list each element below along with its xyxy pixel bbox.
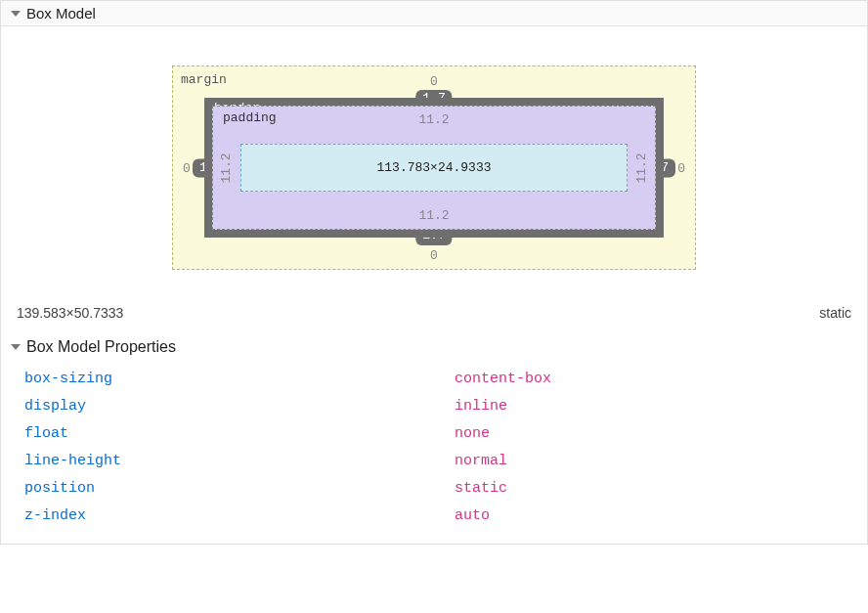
property-row[interactable]: box-sizingcontent-box: [24, 366, 851, 393]
padding-right-value[interactable]: 11.2: [634, 153, 649, 183]
property-value: normal: [455, 448, 507, 475]
property-name: position: [24, 475, 455, 503]
chevron-down-icon: [11, 344, 21, 350]
padding-region[interactable]: padding 11.2 11.2 11.2 11.2 113.783×24.9…: [212, 106, 656, 230]
property-row[interactable]: z-indexauto: [24, 503, 851, 530]
property-value: auto: [455, 503, 490, 530]
element-position-value: static: [819, 305, 851, 321]
margin-bottom-value[interactable]: 0: [173, 248, 695, 263]
margin-top-value[interactable]: 0: [173, 74, 695, 89]
padding-bottom-value[interactable]: 11.2: [213, 208, 655, 223]
element-size-value: 139.583×50.7333: [17, 305, 123, 321]
property-value: inline: [455, 393, 507, 420]
box-model-properties-header[interactable]: Box Model Properties: [1, 334, 867, 366]
box-model-properties-list: box-sizingcontent-boxdisplayinlinefloatn…: [1, 366, 867, 544]
property-row[interactable]: line-heightnormal: [24, 448, 851, 475]
box-model-panel: Box Model margin 0 0 0 0 1.7 1.7 1.7 1.7…: [0, 0, 868, 545]
property-value: content-box: [455, 366, 551, 393]
border-region[interactable]: border padding 11.2 11.2 11.2 11.2 113.7…: [204, 98, 664, 238]
property-value: none: [455, 420, 490, 448]
padding-left-value[interactable]: 11.2: [219, 153, 234, 183]
property-row[interactable]: positionstatic: [24, 475, 851, 503]
box-model-diagram-area: margin 0 0 0 0 1.7 1.7 1.7 1.7 border pa…: [1, 26, 867, 299]
box-model-summary: 139.583×50.7333 static: [1, 299, 867, 334]
padding-top-value[interactable]: 11.2: [213, 112, 655, 127]
chevron-down-icon: [11, 11, 21, 17]
property-name: z-index: [24, 503, 455, 530]
margin-left-value[interactable]: 0: [183, 160, 191, 175]
property-row[interactable]: floatnone: [24, 420, 851, 448]
property-name: float: [24, 420, 455, 448]
box-model-header[interactable]: Box Model: [1, 0, 867, 26]
property-name: box-sizing: [24, 366, 455, 393]
box-model-properties-title: Box Model Properties: [26, 338, 176, 356]
margin-region[interactable]: margin 0 0 0 0 1.7 1.7 1.7 1.7 border pa…: [172, 66, 696, 270]
box-model-title: Box Model: [26, 5, 96, 22]
margin-right-value[interactable]: 0: [677, 160, 685, 175]
content-size-value: 113.783×24.9333: [376, 160, 491, 175]
property-name: display: [24, 393, 455, 420]
property-value: static: [455, 475, 507, 503]
content-region[interactable]: 113.783×24.9333: [240, 144, 628, 192]
property-row[interactable]: displayinline: [24, 393, 851, 420]
property-name: line-height: [24, 448, 455, 475]
